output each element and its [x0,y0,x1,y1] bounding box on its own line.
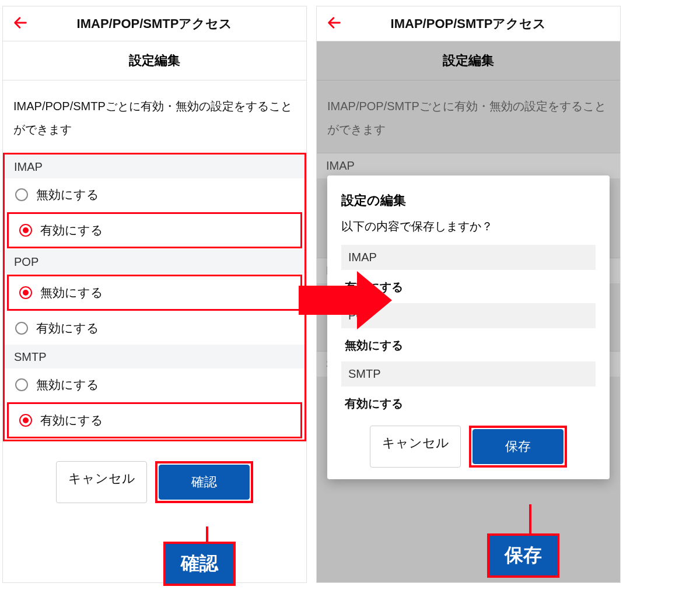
modal-value-smtp: 有効にする [341,389,596,420]
subheader: 設定編集 [3,41,306,80]
section-title-imap: IMAP [5,154,304,178]
peek-imap-label: IMAP [317,153,620,178]
modal-question: 以下の内容で保存しますか？ [341,219,596,234]
radio-icon [15,188,28,201]
radio-icon [19,224,32,237]
description-text: IMAP/POP/SMTPごとに有効・無効の設定をすることができます [317,80,620,153]
left-screen: IMAP/POP/SMTPアクセス 設定編集 IMAP/POP/SMTPごとに有… [2,6,307,583]
radio-icon [19,286,32,299]
save-button-highlight: 保存 [469,426,567,468]
pop-option-disable[interactable]: 無効にする [9,276,300,309]
radio-label: 無効にする [36,187,99,203]
imap-option-enable[interactable]: 有効にする [9,214,300,247]
left-body: IMAP/POP/SMTPごとに有効・無効の設定をすることができます IMAP … [3,80,306,582]
section-title-pop: POP [5,250,304,273]
protocol-settings-group: IMAP 無効にする 有効にする POP 無効にする [3,153,306,441]
description-text: IMAP/POP/SMTPごとに有効・無効の設定をすることができます [3,80,306,153]
radio-icon [15,378,28,391]
modal-proto-smtp: SMTP [341,361,596,387]
radio-label: 無効にする [36,377,99,393]
flow-arrow-icon [299,271,394,329]
back-arrow-icon[interactable] [326,15,342,33]
smtp-option-disable[interactable]: 無効にする [5,368,304,401]
cancel-button[interactable]: キャンセル [56,461,147,503]
radio-label: 有効にする [40,222,103,238]
radio-label: 有効にする [36,320,99,336]
highlight-imap-enable: 有効にする [7,212,302,248]
header-title: IMAP/POP/SMTPアクセス [29,15,281,33]
radio-icon [15,322,28,335]
callout-connector [529,504,531,536]
modal-proto-imap: IMAP [341,245,596,270]
modal-value-pop: 無効にする [341,331,596,361]
confirm-button-highlight: 確認 [155,461,253,503]
modal-cancel-button[interactable]: キャンセル [370,426,461,468]
radio-label: 無効にする [40,285,103,301]
radio-icon [19,414,32,427]
confirm-callout: 確認 [163,542,236,586]
left-header: IMAP/POP/SMTPアクセス [3,6,306,41]
back-arrow-icon[interactable] [12,15,29,33]
save-callout: 保存 [487,533,559,578]
subheader: 設定編集 [317,41,620,80]
pop-option-enable[interactable]: 有効にする [5,312,304,345]
highlight-pop-disable: 無効にする [7,275,302,311]
highlight-smtp-enable: 有効にする [7,402,302,438]
radio-label: 有効にする [40,412,103,429]
modal-button-row: キャンセル 保存 [341,426,596,468]
button-row: キャンセル 確認 [3,461,306,503]
smtp-option-enable[interactable]: 有効にする [9,404,300,437]
right-header: IMAP/POP/SMTPアクセス [317,6,620,41]
save-button[interactable]: 保存 [473,429,564,464]
confirm-button[interactable]: 確認 [159,465,250,500]
header-title: IMAP/POP/SMTPアクセス [342,15,594,33]
section-title-smtp: SMTP [5,345,304,368]
modal-title: 設定の編集 [341,192,596,209]
imap-option-disable[interactable]: 無効にする [5,178,304,211]
